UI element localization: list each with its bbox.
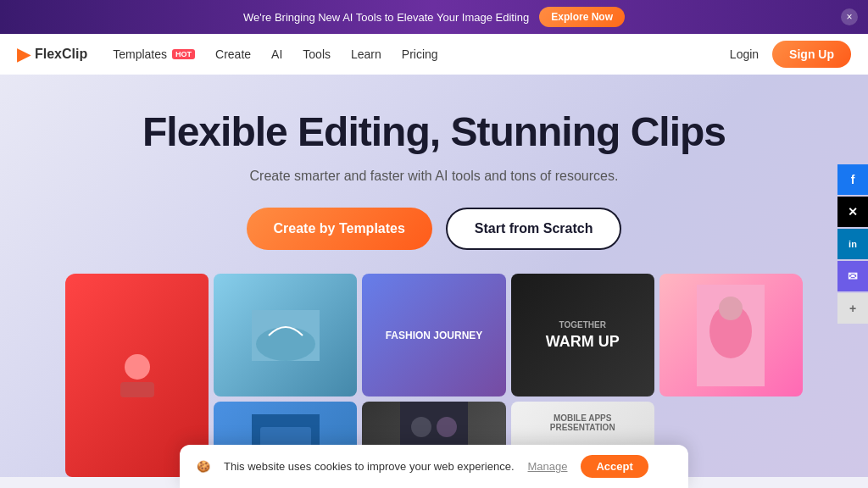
preview-cell-5	[659, 274, 803, 396]
facebook-button[interactable]: f	[837, 164, 868, 195]
cookie-emoji: 🍪	[197, 460, 210, 473]
announcement-bar: We're Bringing New AI Tools to Elevate Y…	[0, 0, 868, 34]
nav-item-ai[interactable]: AI	[271, 47, 282, 61]
nav-right: Login Sign Up	[730, 41, 851, 68]
preview-cell-2	[214, 274, 357, 396]
nav-templates-label: Templates	[113, 47, 167, 61]
linkedin-button[interactable]: in	[837, 229, 868, 259]
preview-cell-8-text: MOBILE APPS PRESENTATION	[518, 408, 648, 437]
email-button[interactable]: ✉	[837, 261, 868, 291]
cookie-text: This website uses cookies to improve you…	[224, 460, 515, 473]
nav-templates-badge: HOT	[172, 49, 195, 59]
share-more-button[interactable]: +	[837, 293, 868, 324]
preview-cell-4: TOGETHER WARM UP	[511, 274, 654, 396]
nav-item-templates[interactable]: Templates HOT	[113, 47, 195, 61]
svg-point-10	[411, 417, 431, 437]
nav-items: Templates HOT Create AI Tools Learn Pric…	[113, 47, 730, 61]
logo[interactable]: ▶ FlexClip	[17, 44, 87, 64]
logo-icon: ▶	[17, 44, 30, 64]
hero-title: Flexible Editing, Stunning Clips	[17, 108, 851, 155]
start-from-scratch-button[interactable]: Start from Scratch	[446, 208, 622, 250]
hero-section: Flexible Editing, Stunning Clips Create …	[0, 75, 868, 477]
preview-image-5	[697, 285, 765, 386]
signup-button[interactable]: Sign Up	[772, 41, 851, 68]
announcement-text: We're Bringing New AI Tools to Elevate Y…	[243, 11, 529, 24]
twitter-button[interactable]: ✕	[837, 197, 868, 227]
svg-point-3	[256, 327, 315, 361]
cookie-manage-button[interactable]: Manage	[528, 460, 568, 473]
preview-image-1	[112, 350, 163, 401]
svg-point-0	[125, 354, 150, 380]
svg-point-11	[437, 417, 457, 437]
preview-cell-4-subtitle: TOGETHER	[546, 320, 620, 330]
nav-item-create[interactable]: Create	[215, 47, 251, 61]
preview-cell-4-text: WARM UP	[546, 333, 620, 351]
explore-button[interactable]: Explore Now	[539, 7, 625, 27]
nav-item-tools[interactable]: Tools	[303, 47, 331, 61]
login-button[interactable]: Login	[730, 47, 759, 61]
logo-text: FlexClip	[35, 47, 87, 62]
svg-point-6	[719, 297, 743, 320]
close-announcement-button[interactable]: ×	[841, 8, 858, 25]
social-sidebar: f ✕ in ✉ +	[837, 164, 868, 324]
nav-item-learn[interactable]: Learn	[351, 47, 381, 61]
preview-cell-3: FASHION JOURNEY	[362, 274, 505, 396]
cookie-accept-button[interactable]: Accept	[581, 455, 648, 478]
create-by-templates-button[interactable]: Create by Templates	[247, 208, 432, 250]
hero-buttons: Create by Templates Start from Scratch	[17, 208, 851, 250]
cookie-banner: 🍪 This website uses cookies to improve y…	[180, 445, 688, 488]
nav-tools-label: Tools	[303, 47, 331, 61]
svg-rect-1	[120, 382, 154, 397]
nav-pricing-label: Pricing	[402, 47, 438, 61]
navbar: ▶ FlexClip Templates HOT Create AI Tools…	[0, 34, 868, 75]
nav-ai-label: AI	[271, 47, 282, 61]
nav-learn-label: Learn	[351, 47, 381, 61]
hero-subtitle: Create smarter and faster with AI tools …	[17, 169, 851, 184]
nav-create-label: Create	[215, 47, 251, 61]
preview-image-2	[252, 310, 320, 361]
preview-cell-3-text: FASHION JOURNEY	[379, 323, 490, 348]
nav-item-pricing[interactable]: Pricing	[402, 47, 438, 61]
